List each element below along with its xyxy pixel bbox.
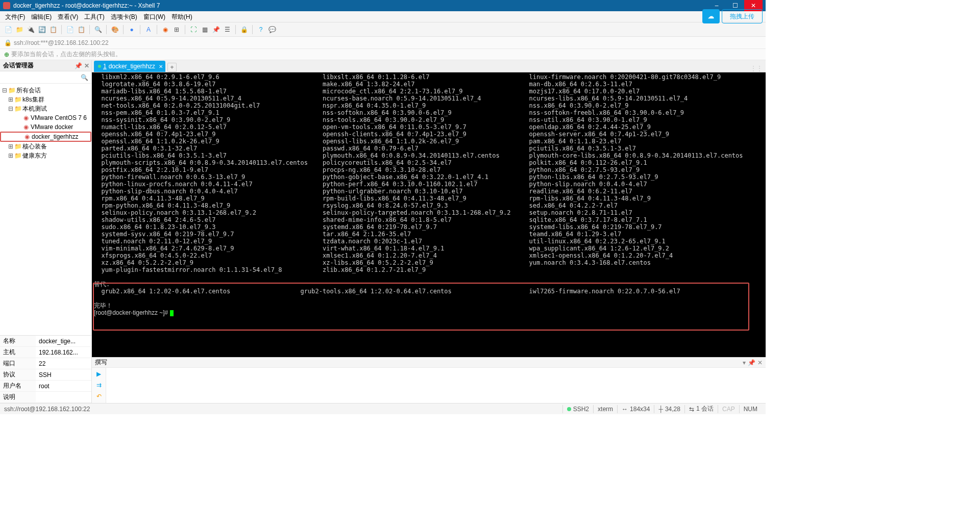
separator (235, 25, 236, 34)
upload-cloud-icon[interactable]: ☁ (702, 9, 720, 23)
session-folder[interactable]: ⊞📁核心装备 (0, 142, 91, 151)
paste-icon[interactable]: 📋 (76, 24, 86, 35)
cursor-icon: ┼ (658, 406, 663, 413)
status-numlock: NUM (739, 405, 762, 413)
compose-pane: 撰写 ▾📌✕ ▶ ⇉ ↶ (92, 357, 766, 403)
hint-bar: ⊕ 要添加当前会话，点击左侧的箭头按钮。 (0, 49, 766, 60)
transparent-icon[interactable]: ▦ (200, 24, 210, 35)
upload-button[interactable]: 拖拽上传 (722, 9, 763, 23)
tab-docker-tigerhhzz[interactable]: 1 docker_tigerhhzz ✕ (94, 61, 165, 72)
session-properties: 名称docker_tige...主机192.168.162...端口22协议SS… (0, 335, 91, 403)
lock-icon: 🔒 (4, 39, 12, 46)
separator (252, 25, 253, 34)
pin-icon[interactable]: 📌 (75, 62, 82, 69)
menu-window[interactable]: 窗口(W) (140, 12, 168, 22)
session-folder[interactable]: ⊟📁本机测试 (0, 104, 91, 113)
send-icon[interactable]: ▶ (95, 370, 103, 378)
separator (89, 25, 90, 34)
open-session-icon[interactable]: 📁 (14, 24, 24, 35)
sessions-icon: ⇆ (689, 406, 694, 413)
separator (106, 25, 107, 34)
size-icon: ↔ (622, 406, 628, 413)
hint-text: 要添加当前会话，点击左侧的箭头按钮。 (11, 50, 121, 59)
session-search[interactable]: 🔍 (0, 71, 91, 84)
prop-key: 说明 (0, 392, 36, 403)
new-session-icon[interactable]: 📄 (3, 24, 13, 35)
colors-icon[interactable]: ● (127, 24, 137, 35)
status-connection: ssh://root@192.168.162.100:22 (4, 406, 90, 413)
layout-icon[interactable]: ☰ (222, 24, 232, 35)
menu-edit[interactable]: 编辑(E) (28, 12, 55, 22)
session-host[interactable]: ◉VMware CentOS 7 6 (0, 113, 91, 122)
session-folder[interactable]: ⊞📁k8s集群 (0, 95, 91, 104)
menu-bar: 文件(F) 编辑(E) 查看(V) 工具(T) 选项卡(B) 窗口(W) 帮助(… (0, 11, 766, 22)
quick-command-icon[interactable]: ⊞ (172, 24, 182, 35)
prop-key: 用户名 (0, 381, 36, 392)
prop-value: 22 (36, 358, 91, 369)
history-icon[interactable]: ↶ (95, 392, 103, 400)
scripts-icon[interactable]: ◉ (160, 24, 170, 35)
session-folder[interactable]: ⊟📁所有会话 (0, 86, 91, 95)
copy-icon[interactable]: 📄 (65, 24, 75, 35)
search-icon[interactable]: 🔍 (93, 24, 103, 35)
connection-indicator-icon (98, 65, 101, 68)
tab-scroll-icon[interactable]: ⋮⋮ (750, 65, 763, 72)
xftp-icon[interactable]: 💬 (267, 24, 277, 35)
compose-title: 撰写 (95, 358, 107, 367)
menu-help[interactable]: 帮助(H) (168, 12, 195, 22)
tunneling-icon[interactable]: 🎨 (110, 24, 120, 35)
compose-close-icon[interactable]: ✕ (757, 359, 763, 366)
compose-pin-icon[interactable]: 📌 (748, 359, 755, 366)
prop-key: 主机 (0, 347, 36, 358)
help-icon[interactable]: ? (256, 24, 266, 35)
status-ssh: SSH2 (573, 406, 589, 413)
menu-tabs[interactable]: 选项卡(B) (108, 12, 140, 22)
reconnect-icon[interactable]: 🔄 (37, 24, 47, 35)
status-cursor: 34,28 (665, 406, 680, 413)
menu-file[interactable]: 文件(F) (2, 12, 28, 22)
prop-value: root (36, 381, 91, 392)
properties-icon[interactable]: 📋 (48, 24, 58, 35)
lock-icon[interactable]: 🔒 (239, 24, 249, 35)
always-on-top-icon[interactable]: 📌 (211, 24, 221, 35)
prop-key: 协议 (0, 369, 36, 381)
session-manager-header: 会话管理器 📌✕ (0, 60, 91, 71)
highlight-box (93, 283, 749, 331)
tab-label: docker_tigerhhzz (109, 63, 155, 70)
menu-view[interactable]: 查看(V) (55, 12, 81, 22)
connection-dot-icon (567, 407, 571, 411)
terminal[interactable]: libxml2.x86_64 0:2.9.1-6.el7_9.6 libxslt… (92, 72, 766, 357)
menu-tools[interactable]: 工具(T) (81, 12, 107, 22)
send-all-icon[interactable]: ⇉ (95, 381, 103, 389)
prop-value: 192.168.162... (36, 347, 91, 358)
fullscreen-icon[interactable]: ⛶ (188, 24, 199, 35)
app-icon (3, 2, 10, 9)
compose-dropdown-icon[interactable]: ▾ (743, 359, 746, 366)
disconnect-icon[interactable]: 🔌 (26, 24, 36, 35)
session-folder[interactable]: ⊞📁健康东方 (0, 151, 91, 160)
tab-close-icon[interactable]: ✕ (159, 64, 163, 69)
window-title: docker_tigerhhzz - root@docker-tigerhhzz… (13, 2, 707, 9)
address-text[interactable]: ssh://root:***@192.168.162.100:22 (14, 39, 109, 46)
new-tab-button[interactable]: + (167, 63, 177, 72)
terminal-tabs: 1 docker_tigerhhzz ✕ + ⋮⋮ (92, 60, 766, 72)
prop-value (36, 392, 91, 403)
prop-value: SSH (36, 369, 91, 381)
status-bar: ssh://root@192.168.162.100:22 SSH2 xterm… (0, 403, 766, 414)
font-icon[interactable]: A (143, 24, 154, 35)
plus-icon[interactable]: ⊕ (4, 51, 9, 58)
separator (157, 25, 157, 34)
status-emulation: xterm (593, 405, 617, 413)
separator (185, 25, 185, 34)
session-host[interactable]: ◉docker_tigerhhzz (0, 132, 91, 142)
session-tree[interactable]: ⊟📁所有会话⊞📁k8s集群⊟📁本机测试◉VMware CentOS 7 6◉VM… (0, 84, 91, 335)
tab-index: 1 (103, 63, 107, 70)
compose-input[interactable] (106, 368, 766, 403)
separator (140, 25, 140, 34)
close-panel-icon[interactable]: ✕ (84, 62, 89, 69)
prop-key: 端口 (0, 358, 36, 369)
status-sessions: 1 会话 (696, 405, 714, 413)
search-icon: 🔍 (81, 74, 88, 81)
status-size: 184x34 (630, 406, 650, 413)
session-host[interactable]: ◉VMware docker (0, 122, 91, 132)
